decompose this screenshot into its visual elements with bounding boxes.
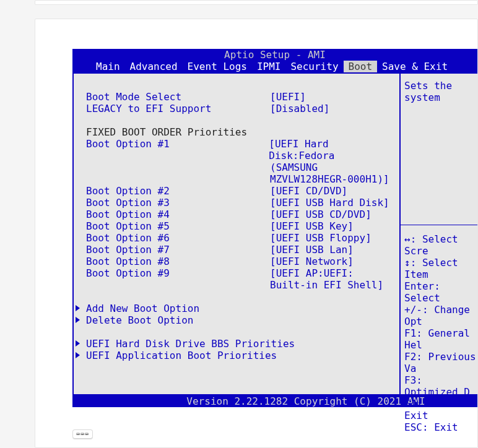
help-key-line: +/-: Change Opt: [404, 304, 477, 327]
option-value: [UEFI USB Key]: [270, 220, 354, 232]
help-key-line: F4: Save & Exit: [404, 398, 477, 421]
menu-tab-advanced[interactable]: Advanced: [125, 61, 183, 72]
option-label: Boot Option #3: [86, 197, 270, 209]
option-boot-7[interactable]: Boot Option #7[UEFI USB Lan]: [86, 244, 399, 256]
option-value: [UEFI]: [270, 91, 306, 103]
bios-main-panel: Boot Mode Select [UEFI] LEGACY to EFI Su…: [72, 72, 401, 395]
option-boot-3[interactable]: Boot Option #3[UEFI USB Hard Disk]: [86, 197, 399, 209]
option-label: Boot Option #5: [86, 220, 270, 232]
option-boot-6[interactable]: Boot Option #6[UEFI USB Floppy]: [86, 232, 399, 244]
menu-tab-boot[interactable]: Boot: [344, 61, 378, 72]
option-value: [Disabled]: [270, 103, 329, 114]
option-label: [86, 279, 270, 291]
option-label: Boot Option #2: [86, 185, 270, 197]
help-key-line: F3: Optimized D: [404, 374, 477, 398]
bios-menu-bar: MainAdvancedEvent LogsIPMISecurityBootSa…: [72, 61, 477, 72]
help-key-list: ↔: Select Scre↕: Select ItemEnter: Selec…: [404, 233, 477, 433]
option-label: [86, 162, 270, 173]
menu-tab-main[interactable]: Main: [91, 61, 125, 72]
bios-help-panel: Sets the system ↔: Select Scre↕: Select …: [401, 72, 477, 395]
help-separator: [401, 225, 477, 225]
option-boot-9[interactable]: Boot Option #9[UEFI AP:UEFI:: [86, 267, 399, 279]
option-value: [UEFI Network]: [270, 256, 354, 267]
option-label: Boot Option #8: [86, 256, 270, 267]
card-edge-top: [35, 0, 478, 5]
option-value: [UEFI USB CD/DVD]: [270, 209, 372, 220]
option-boot-2[interactable]: Boot Option #2[UEFI CD/DVD]: [86, 185, 399, 197]
option-label: Boot Mode Select: [86, 91, 270, 103]
option-boot-8[interactable]: Boot Option #8[UEFI Network]: [86, 256, 399, 267]
option-value: [UEFI USB Hard Disk]: [270, 197, 389, 209]
option-label: Boot Option #7: [86, 244, 270, 256]
submenu-uefi-hard-disk-drive-bbs-priorities[interactable]: UEFI Hard Disk Drive BBS Priorities: [74, 338, 399, 350]
option-value: Built-in EFI Shell]: [270, 279, 383, 291]
option-label: Boot Option #4: [86, 209, 270, 220]
submenu-delete-boot-option[interactable]: Delete Boot Option: [74, 314, 399, 326]
help-key-line: F1: General Hel: [404, 327, 477, 351]
bios-header: Aptio Setup - AMI MainAdvancedEvent Logs…: [72, 49, 477, 72]
keyboard-icon: ⌨⌨⌨: [76, 431, 89, 437]
option-label: [86, 173, 270, 185]
virtual-keyboard-button[interactable]: ⌨⌨⌨: [72, 429, 93, 439]
option-value: [UEFI CD/DVD]: [270, 185, 347, 197]
option-boot-1[interactable]: Boot Option #1[UEFI Hard Disk:Fedora: [86, 138, 399, 162]
option-legacy-efi[interactable]: LEGACY to EFI Support [Disabled]: [86, 103, 399, 114]
option-boot-1: MZVLW128HEGR-000H1)]: [86, 173, 399, 185]
bios-body: Boot Mode Select [UEFI] LEGACY to EFI Su…: [72, 72, 477, 395]
option-label: Boot Option #9: [86, 267, 270, 279]
menu-tab-ipmi[interactable]: IPMI: [252, 61, 286, 72]
bios-title: Aptio Setup - AMI: [72, 49, 477, 61]
help-key-line: ESC: Exit: [404, 421, 477, 433]
option-label: LEGACY to EFI Support: [86, 103, 270, 114]
option-boot-9: Built-in EFI Shell]: [86, 279, 399, 291]
section-heading: FIXED BOOT ORDER Priorities: [86, 126, 399, 138]
option-boot-mode[interactable]: Boot Mode Select [UEFI]: [86, 91, 399, 103]
help-key-line: ↕: Select Item: [404, 257, 477, 280]
menu-tab-security[interactable]: Security: [285, 61, 343, 72]
spacer: [86, 326, 399, 338]
help-description: Sets the system: [404, 80, 477, 103]
option-value: [UEFI AP:UEFI:: [270, 267, 354, 279]
option-value: [UEFI USB Lan]: [270, 244, 354, 256]
menu-tab-save-exit[interactable]: Save & Exit: [377, 61, 453, 72]
option-boot-1: (SAMSUNG: [86, 162, 399, 173]
option-value: [UEFI USB Floppy]: [270, 232, 372, 244]
option-value: MZVLW128HEGR-000H1)]: [270, 173, 389, 185]
help-key-line: F2: Previous Va: [404, 351, 477, 374]
option-boot-4[interactable]: Boot Option #4[UEFI USB CD/DVD]: [86, 209, 399, 220]
option-label: Boot Option #6: [86, 232, 270, 244]
option-value: [UEFI Hard Disk:Fedora: [269, 138, 399, 162]
option-value: (SAMSUNG: [270, 162, 318, 173]
option-boot-5[interactable]: Boot Option #5[UEFI USB Key]: [86, 220, 399, 232]
help-key-line: Enter: Select: [404, 280, 477, 304]
menu-tab-event-logs[interactable]: Event Logs: [183, 61, 252, 72]
help-key-line: ↔: Select Scre: [404, 233, 477, 257]
bios-screen: Aptio Setup - AMI MainAdvancedEvent Logs…: [72, 49, 477, 407]
option-label: Boot Option #1: [86, 138, 269, 162]
viewer-card: Aptio Setup - AMI MainAdvancedEvent Logs…: [35, 19, 478, 448]
submenu-uefi-application-boot-priorities[interactable]: UEFI Application Boot Priorities: [74, 350, 399, 361]
submenu-add-new-boot-option[interactable]: Add New Boot Option: [74, 303, 399, 314]
